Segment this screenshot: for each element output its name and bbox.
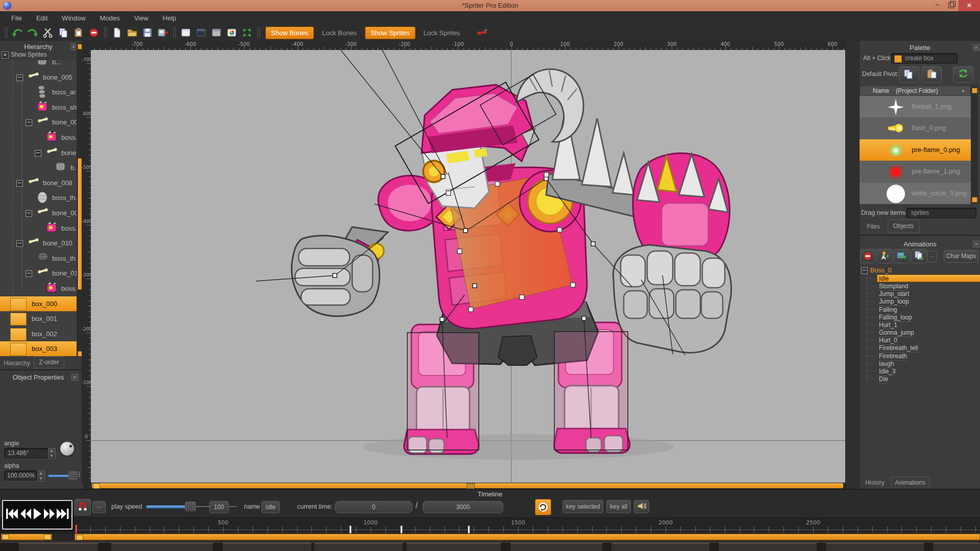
current-time-field[interactable]: 0	[335, 501, 412, 513]
hierarchy-tree-row[interactable]: bone_009	[0, 206, 77, 220]
color-palette-icon[interactable]	[224, 26, 239, 39]
restore-button[interactable]	[944, 2, 958, 11]
create-box-field[interactable]: create box	[891, 53, 958, 64]
hierarchy-box-row[interactable]: box_002	[0, 327, 77, 341]
angle-field[interactable]: 13.486°	[4, 448, 49, 458]
view-grey-icon[interactable]	[209, 26, 224, 39]
skip-start-button[interactable]	[5, 507, 18, 522]
key-selected-button[interactable]: key selected	[562, 500, 603, 513]
palette-file-row[interactable]: fireball_1.png	[860, 96, 971, 117]
hierarchy-tree-row[interactable]: boss_sh...	[0, 100, 77, 115]
hierarchy-tree-row[interactable]: boss...	[0, 130, 77, 145]
animation-item[interactable]: Idle	[860, 274, 980, 282]
tree-expander-icon[interactable]	[16, 74, 23, 81]
save-icon[interactable]	[140, 26, 155, 39]
canvas-h-scrollbar[interactable]	[91, 483, 845, 489]
animation-item[interactable]: Stompland	[860, 282, 980, 290]
hierarchy-tree-row[interactable]: bone...	[0, 145, 77, 160]
tab-z-order[interactable]: Z-order	[34, 356, 64, 368]
animation-item[interactable]: laugh	[860, 360, 980, 367]
play-speed-slider-grip[interactable]	[185, 502, 196, 511]
tab-objects[interactable]: Objects	[888, 219, 919, 233]
toolbar-grip[interactable]	[4, 27, 8, 38]
palette-file-row[interactable]: pre-flame_1.png	[860, 161, 971, 182]
taskbar-segment[interactable]	[406, 543, 501, 551]
animation-item[interactable]: Jump_loop	[860, 297, 980, 305]
new-image-button[interactable]	[894, 249, 910, 263]
close-button[interactable]: ✕	[959, 0, 980, 11]
timeline-more-button[interactable]: ...	[92, 501, 106, 513]
animation-name-value[interactable]: Idle	[261, 501, 280, 513]
redo-icon[interactable]	[25, 26, 40, 39]
key-all-button[interactable]: key all	[606, 500, 631, 513]
animation-group-row[interactable]: Boss_0	[860, 266, 980, 274]
char-maps-button[interactable]: Char Maps	[944, 250, 978, 263]
palette-scrollbar-top-nub[interactable]	[972, 88, 977, 93]
object-properties-close-icon[interactable]: ✕	[71, 374, 78, 381]
copy-icon[interactable]	[56, 26, 71, 39]
keyframe-marker[interactable]	[400, 525, 403, 534]
animation-item[interactable]: Falling_loop	[860, 313, 980, 321]
delete-icon[interactable]	[86, 26, 102, 39]
palette-close-icon[interactable]: ✕	[973, 44, 979, 51]
hierarchy-tree-row[interactable]: b...	[0, 160, 77, 175]
toolbar-grip[interactable]	[104, 27, 107, 38]
view-light-icon[interactable]	[178, 26, 193, 39]
keyframe-marker[interactable]	[468, 525, 470, 534]
toggle-show-bones[interactable]: Show Bones	[265, 27, 314, 39]
toolbar-grip[interactable]	[173, 27, 176, 38]
taskbar-segment[interactable]	[111, 543, 213, 551]
snap-magnet-button[interactable]	[75, 499, 91, 515]
animation-item[interactable]: Firebreath	[860, 352, 980, 360]
menu-window[interactable]: Window	[56, 13, 91, 23]
hierarchy-tree-row[interactable]: bone_008	[0, 176, 77, 190]
left-mini-scrollbar-track[interactable]	[0, 534, 75, 540]
taskbar-segment[interactable]	[933, 543, 980, 551]
show-sprites-checkbox[interactable]: ✕	[2, 52, 9, 59]
hierarchy-tree-row[interactable]: b...	[0, 60, 77, 69]
import-icon[interactable]	[155, 26, 170, 39]
menu-help[interactable]: Help	[157, 13, 183, 23]
fullscreen-icon[interactable]	[239, 26, 255, 39]
palette-scrollbar[interactable]	[971, 86, 978, 204]
delete-animation-button[interactable]	[860, 249, 875, 263]
palette-list-header[interactable]: Name (Project Folder) ▲	[860, 86, 971, 96]
view-dark-icon[interactable]	[193, 26, 209, 39]
tree-expander-icon[interactable]	[26, 119, 32, 126]
animations-more-button[interactable]: ...	[927, 251, 937, 262]
undo-icon[interactable]	[10, 26, 25, 39]
pivot-paste-button[interactable]	[921, 66, 942, 83]
angle-spinner[interactable]	[48, 448, 56, 459]
tree-expander-icon[interactable]	[26, 210, 32, 217]
alpha-slider-grip[interactable]	[68, 471, 78, 480]
palette-file-row[interactable]: flash_0.png	[860, 117, 971, 139]
bone-tool-icon[interactable]	[474, 26, 489, 39]
new-animation-button[interactable]	[876, 249, 893, 263]
group-expander-icon[interactable]	[861, 267, 868, 274]
canvas-h-scrollbar-handle[interactable]	[93, 483, 100, 489]
alpha-spinner[interactable]	[37, 470, 45, 482]
paste-icon[interactable]	[71, 26, 86, 39]
menu-edit[interactable]: Edit	[30, 13, 54, 23]
animation-item[interactable]: Jump_start	[860, 290, 980, 297]
hierarchy-tree-row[interactable]: bone_010	[0, 236, 77, 251]
keyframe-marker[interactable]	[349, 525, 352, 534]
fast-forward-button[interactable]	[43, 507, 55, 522]
skip-end-button[interactable]	[56, 507, 69, 522]
taskbar-segment[interactable]	[19, 543, 98, 551]
hierarchy-box-row[interactable]: box_001	[0, 311, 77, 326]
animation-item[interactable]: Gonna_jump	[860, 329, 980, 336]
animations-close-icon[interactable]: ✕	[973, 241, 979, 247]
hierarchy-box-row[interactable]: box_000	[0, 296, 77, 311]
timeline-ruler[interactable]: 5001000150020002500	[0, 517, 980, 534]
hierarchy-tree-row[interactable]: bone_005	[0, 70, 77, 85]
playhead[interactable]	[75, 524, 78, 534]
animation-item[interactable]: Hurt_1	[860, 321, 980, 329]
taskbar-segment[interactable]	[223, 543, 311, 551]
drag-items-field[interactable]: sprites	[906, 208, 976, 218]
loop-toggle-button[interactable]	[535, 499, 551, 515]
hierarchy-tree-row[interactable]: boss...	[0, 281, 77, 296]
alpha-field[interactable]: 100.000%	[4, 470, 37, 481]
hierarchy-box-row[interactable]: box_003	[0, 341, 77, 356]
animation-item[interactable]: Falling	[860, 306, 980, 313]
